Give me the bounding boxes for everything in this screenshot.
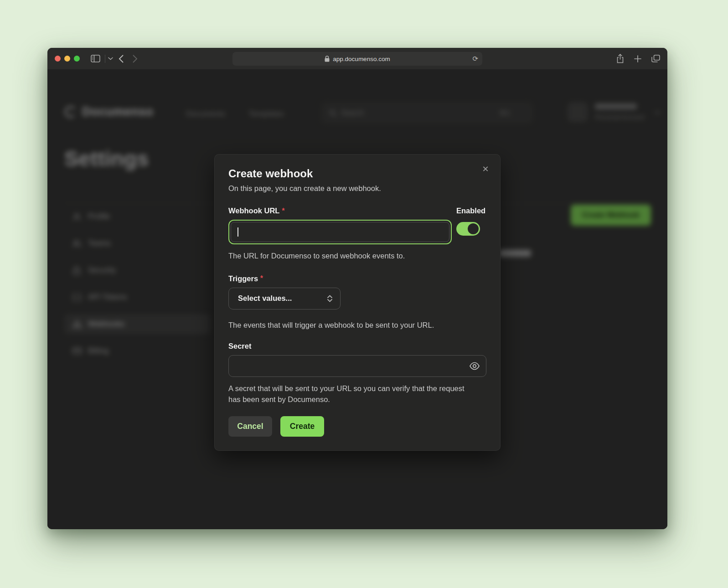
toggle-knob xyxy=(468,223,479,234)
close-window-button[interactable] xyxy=(55,56,61,62)
close-icon[interactable]: ✕ xyxy=(480,164,491,175)
reload-icon[interactable]: ⟳ xyxy=(472,55,478,63)
required-asterisk: * xyxy=(282,207,284,215)
enabled-toggle[interactable] xyxy=(456,222,480,236)
address-url: app.documenso.com xyxy=(333,56,390,62)
triggers-select-value: Select values... xyxy=(238,294,292,303)
webhook-url-label: Webhook URL xyxy=(228,206,279,215)
secret-label: Secret xyxy=(228,342,251,351)
address-bar[interactable]: app.documenso.com ⟳ xyxy=(232,52,482,66)
sidebar-chevron-icon[interactable] xyxy=(108,57,113,60)
text-caret xyxy=(238,227,238,237)
webhook-url-helper: The URL for Documenso to send webhook ev… xyxy=(228,250,486,262)
triggers-select[interactable]: Select values... xyxy=(228,288,341,309)
webhook-url-focus-ring xyxy=(228,220,452,244)
required-asterisk: * xyxy=(260,274,263,283)
toolbar-divider xyxy=(105,55,105,63)
new-tab-icon[interactable] xyxy=(634,55,641,62)
triggers-label: Triggers xyxy=(228,274,258,283)
triggers-helper: The events that will trigger a webhook t… xyxy=(228,320,486,331)
secret-helper: A secret that will be sent to your URL s… xyxy=(228,383,469,406)
sidebar-toggle-icon[interactable] xyxy=(91,55,100,62)
minimize-window-button[interactable] xyxy=(64,56,70,62)
traffic-lights xyxy=(55,56,80,62)
webhook-url-input[interactable] xyxy=(231,222,449,242)
create-webhook-dialog: ✕ Create webhook On this page, you can c… xyxy=(214,154,501,451)
create-button[interactable]: Create xyxy=(280,416,324,437)
share-icon[interactable] xyxy=(616,54,624,63)
tab-overview-icon[interactable] xyxy=(651,55,660,62)
browser-window: app.documenso.com ⟳ xyxy=(47,48,667,529)
browser-toolbar: app.documenso.com ⟳ xyxy=(47,48,667,69)
forward-button[interactable] xyxy=(133,55,138,63)
dialog-subtitle: On this page, you can create a new webho… xyxy=(228,184,486,193)
zoom-window-button[interactable] xyxy=(74,56,80,62)
cancel-button[interactable]: Cancel xyxy=(228,416,272,437)
chevron-up-down-icon xyxy=(327,294,333,303)
lock-icon xyxy=(325,56,330,62)
eye-icon[interactable] xyxy=(469,361,480,371)
secret-input[interactable] xyxy=(228,355,486,377)
back-button[interactable] xyxy=(119,55,124,63)
dialog-title: Create webhook xyxy=(228,167,486,180)
enabled-label: Enabled xyxy=(456,206,486,215)
